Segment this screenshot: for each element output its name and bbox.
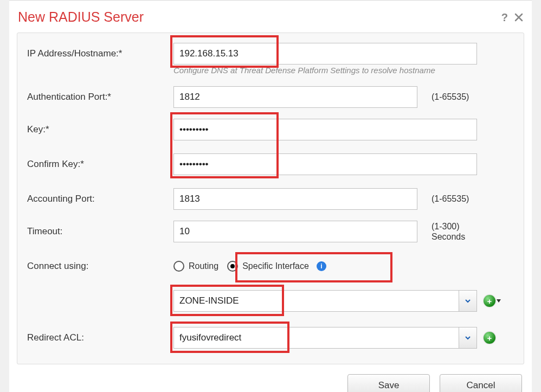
redirect-combo[interactable]: fyusifovredirect bbox=[173, 327, 477, 349]
radio-circle-routing bbox=[173, 261, 184, 272]
auth-port-input[interactable] bbox=[173, 86, 417, 108]
timeout-range-line1: (1-300) bbox=[431, 221, 465, 232]
dialog-footer: Save Cancel bbox=[17, 374, 524, 392]
row-auth-port: Authentication Port:* (1-65535) bbox=[27, 86, 514, 108]
info-icon[interactable]: i bbox=[317, 261, 326, 271]
radio-circle-specific bbox=[227, 261, 238, 272]
interface-add-group bbox=[484, 295, 501, 307]
row-redirect: Redirect ACL: fyusifovredirect bbox=[27, 327, 514, 349]
radio-label-routing: Routing bbox=[189, 261, 218, 271]
cancel-button[interactable]: Cancel bbox=[440, 374, 522, 392]
redirect-value: fyusifovredirect bbox=[174, 327, 459, 348]
close-icon[interactable] bbox=[514, 13, 523, 22]
label-timeout: Timeout: bbox=[27, 226, 173, 237]
row-timeout: Timeout: (1-300) Seconds bbox=[27, 221, 514, 242]
save-button[interactable]: Save bbox=[347, 374, 430, 392]
new-radius-server-dialog: New RADIUS Server ? IP Address/Hostname:… bbox=[9, 0, 532, 392]
label-key: Key:* bbox=[27, 124, 173, 135]
form-body: IP Address/Hostname:* Configure DNS at T… bbox=[17, 33, 524, 364]
label-ip: IP Address/Hostname:* bbox=[27, 48, 173, 59]
redirect-add-button[interactable] bbox=[484, 332, 495, 344]
interface-value: ZONE-INSIDE bbox=[174, 291, 459, 311]
row-acct-port: Accounting Port: (1-65535) bbox=[27, 188, 514, 210]
label-auth-port: Authentication Port:* bbox=[27, 92, 173, 102]
help-icon[interactable]: ? bbox=[501, 12, 508, 23]
label-redirect: Redirect ACL: bbox=[27, 332, 173, 343]
row-ip: IP Address/Hostname:* Configure DNS at T… bbox=[27, 43, 514, 65]
interface-add-caret-icon[interactable] bbox=[497, 299, 501, 303]
key-input[interactable] bbox=[173, 119, 477, 140]
radio-label-specific: Specific Interface bbox=[242, 261, 309, 271]
label-acct-port: Accounting Port: bbox=[27, 194, 173, 204]
row-key: Key:* bbox=[27, 119, 514, 140]
interface-dropdown-button[interactable] bbox=[459, 291, 476, 311]
connect-radio-group: Routing Specific Interface i bbox=[173, 261, 326, 272]
row-connect: Connect using: Routing Specific Interfac… bbox=[27, 255, 514, 277]
dialog-title: New RADIUS Server bbox=[18, 9, 144, 25]
ip-input[interactable] bbox=[173, 43, 477, 65]
radio-specific[interactable]: Specific Interface i bbox=[227, 261, 326, 272]
acct-port-range: (1-65535) bbox=[431, 194, 469, 204]
redirect-dropdown-button[interactable] bbox=[459, 327, 476, 348]
row-confirm-key: Confirm Key:* bbox=[27, 153, 514, 175]
acct-port-input[interactable] bbox=[173, 188, 417, 210]
confirm-key-input[interactable] bbox=[173, 153, 477, 175]
label-connect: Connect using: bbox=[27, 261, 173, 272]
timeout-input[interactable] bbox=[173, 221, 417, 242]
radio-routing[interactable]: Routing bbox=[173, 261, 218, 272]
timeout-range-line2: Seconds bbox=[431, 232, 465, 242]
timeout-range: (1-300) Seconds bbox=[431, 221, 465, 242]
ip-hint: Configure DNS at Threat Defense Platform… bbox=[173, 66, 435, 75]
label-confirm-key: Confirm Key:* bbox=[27, 159, 173, 170]
auth-port-range: (1-65535) bbox=[431, 92, 469, 102]
interface-add-button[interactable] bbox=[484, 295, 495, 307]
dialog-header: New RADIUS Server ? bbox=[17, 7, 524, 33]
header-icons: ? bbox=[501, 12, 523, 23]
row-interface: ZONE-INSIDE bbox=[27, 290, 514, 312]
interface-combo[interactable]: ZONE-INSIDE bbox=[173, 290, 477, 312]
